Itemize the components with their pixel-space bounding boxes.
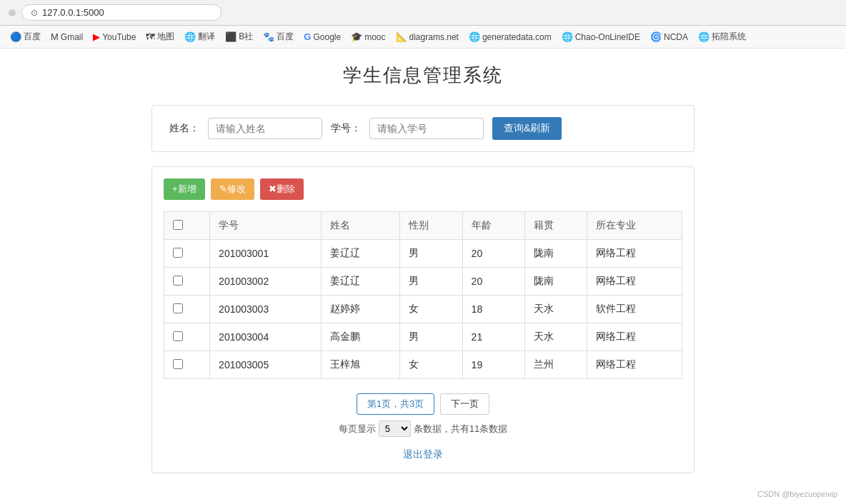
row-major: 网络工程 [587,268,682,296]
delete-button[interactable]: ✖删除 [260,178,304,200]
header-name: 姓名 [322,212,400,240]
ncda-icon: 🌀 [650,31,662,42]
header-age: 年龄 [462,212,524,240]
row-major: 网络工程 [587,323,682,351]
baidubis-icon: 🔵 [10,31,21,42]
row-name: 高金鹏 [322,323,400,351]
page-size-select[interactable]: 5 10 20 [379,420,411,437]
row-origin: 兰州 [524,351,587,379]
bookmark-baidubis[interactable]: 🔵 百度 [6,29,45,44]
bookmark-gmail[interactable]: M Gmail [46,30,87,44]
row-origin: 陇南 [524,268,587,296]
bookmark-ncda[interactable]: 🌀 NCDA [646,30,692,44]
table-panel: +新增 ✎修改 ✖删除 学号 姓名 性别 年龄 籍贯 所在专业 20100300… [151,166,695,473]
name-input[interactable] [208,118,322,139]
bookmark-google[interactable]: G Google [299,30,345,44]
row-name: 赵婷婷 [322,296,400,323]
add-button[interactable]: +新增 [164,178,205,200]
page-size-suffix: 条数据，共有11条数据 [414,423,507,435]
row-origin: 天水 [524,323,587,351]
row-checkbox[interactable] [164,268,210,296]
table-header-row: 学号 姓名 性别 年龄 籍贯 所在专业 [164,212,682,240]
pagination-area: 第1页，共3页 下一页 每页显示 5 10 20 条数据，共有11条数据 退出登… [164,393,682,461]
generatedata-icon: 🌐 [469,31,480,42]
search-panel: 姓名： 学号： 查询&刷新 [151,105,695,152]
header-major: 所在专业 [587,212,682,240]
row-select-checkbox[interactable] [173,331,183,341]
next-page-button[interactable]: 下一页 [440,393,489,415]
mooc-icon: 🎓 [351,31,362,42]
row-gender: 男 [400,268,462,296]
table-row: 201003004 高金鹏 男 21 天水 网络工程 [164,323,682,351]
logout-link[interactable]: 退出登录 [164,448,682,461]
row-age: 20 [462,268,524,296]
table-row: 201003002 姜辽辽 男 20 陇南 网络工程 [164,268,682,296]
bookmark-tuopei[interactable]: 🌐 拓陪系统 [694,29,750,44]
browser-bar: ⊙ 127.0.0.1:5000 [0,0,846,26]
row-gender: 男 [400,323,462,351]
lock-icon: ⊙ [31,8,38,18]
pagination-row: 第1页，共3页 下一页 [164,393,682,415]
search-button[interactable]: 查询&刷新 [492,117,562,140]
gmail-icon: M [51,31,59,42]
page-title: 学生信息管理系统 [14,63,832,88]
row-origin: 天水 [524,296,587,323]
bookmark-baidu[interactable]: 🐾 百度 [259,29,298,44]
row-name: 王梓旭 [322,351,400,379]
row-checkbox[interactable] [164,323,210,351]
table-row: 201003001 姜辽辽 男 20 陇南 网络工程 [164,240,682,268]
row-major: 软件工程 [587,296,682,323]
row-age: 21 [462,323,524,351]
id-input[interactable] [369,118,484,139]
row-age: 20 [462,240,524,268]
bookmark-generatedata[interactable]: 🌐 generatedata.com [464,30,556,44]
row-id: 201003003 [210,296,322,323]
bookmark-maps[interactable]: 🗺 地图 [141,29,179,44]
current-page-button[interactable]: 第1页，共3页 [357,393,434,415]
row-select-checkbox[interactable] [173,248,183,258]
page-size-row: 每页显示 5 10 20 条数据，共有11条数据 [164,420,682,437]
youtube-icon: ▶ [93,31,100,42]
tuopei-icon: 🌐 [698,31,710,42]
id-label: 学号： [331,122,361,135]
row-name: 姜辽辽 [322,240,400,268]
url-text: 127.0.0.1:5000 [42,7,104,18]
browser-dot [9,9,16,16]
bshe-icon: ⬛ [225,31,237,42]
row-gender: 女 [400,351,462,379]
bookmark-diagrams[interactable]: 📐 diagrams.net [392,30,463,44]
bookmark-bshe[interactable]: ⬛ B社 [221,29,257,44]
edit-button[interactable]: ✎修改 [211,178,254,200]
row-checkbox[interactable] [164,240,210,268]
row-checkbox[interactable] [164,296,210,323]
page-size-prefix: 每页显示 [339,423,376,435]
bookmark-mooc[interactable]: 🎓 mooc [347,30,389,44]
row-name: 姜辽辽 [322,268,400,296]
maps-icon: 🗺 [146,31,155,42]
row-id: 201003005 [210,351,322,379]
bookmark-chaoonline[interactable]: 🌐 Chao-OnLineIDE [557,30,645,44]
table-body: 201003001 姜辽辽 男 20 陇南 网络工程 201003002 姜辽辽… [164,240,682,379]
header-id: 学号 [210,212,322,240]
translate-icon: 🌐 [184,31,196,42]
row-select-checkbox[interactable] [173,359,183,369]
header-gender: 性别 [400,212,462,240]
browser-url-bar[interactable]: ⊙ 127.0.0.1:5000 [21,4,222,21]
diagrams-icon: 📐 [396,31,407,42]
row-gender: 女 [400,296,462,323]
google-icon: G [304,31,311,42]
bookmarks-bar: 🔵 百度 M Gmail ▶ YouTube 🗺 地图 🌐 翻译 ⬛ B社 🐾 … [0,26,846,49]
row-checkbox[interactable] [164,351,210,379]
row-select-checkbox[interactable] [173,303,183,313]
table-row: 201003003 赵婷婷 女 18 天水 软件工程 [164,296,682,323]
bookmark-youtube[interactable]: ▶ YouTube [89,30,140,44]
data-table: 学号 姓名 性别 年龄 籍贯 所在专业 201003001 姜辽辽 男 20 陇… [164,211,682,379]
chaoonline-icon: 🌐 [562,31,573,42]
row-select-checkbox[interactable] [173,276,183,286]
select-all-checkbox[interactable] [173,220,183,230]
row-id: 201003001 [210,240,322,268]
row-major: 网络工程 [587,351,682,379]
row-id: 201003002 [210,268,322,296]
row-id: 201003004 [210,323,322,351]
bookmark-translate[interactable]: 🌐 翻译 [180,29,219,44]
